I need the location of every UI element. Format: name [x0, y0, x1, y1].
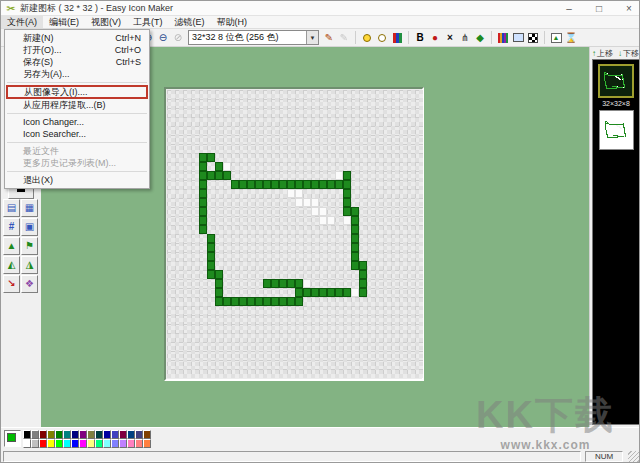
tool-hill-left-button[interactable]: ◭ [3, 256, 20, 274]
pixel-green[interactable] [215, 279, 223, 288]
file-menu-item-3[interactable]: 保存(S)Ctrl+S [5, 56, 149, 68]
pixel-green[interactable] [359, 279, 367, 288]
pixel-green[interactable] [359, 288, 367, 297]
pixel-green[interactable] [199, 216, 207, 225]
pixel-green[interactable] [239, 297, 247, 306]
pixel-white[interactable] [223, 162, 231, 171]
pixel-green[interactable] [263, 297, 271, 306]
palette-swatch[interactable] [111, 439, 119, 448]
pixel-green[interactable] [207, 261, 215, 270]
pixel-green[interactable] [351, 225, 359, 234]
maximize-button[interactable]: □ [593, 3, 605, 15]
pixel-green[interactable] [223, 297, 231, 306]
tool-flag-button[interactable]: ⚑ [21, 237, 38, 255]
screen-preview-icon[interactable] [511, 30, 525, 45]
pixel-green[interactable] [199, 189, 207, 198]
invert-icon[interactable] [526, 30, 540, 45]
palette-swatch[interactable] [71, 439, 79, 448]
pixel-green[interactable] [327, 180, 335, 189]
pixel-green[interactable] [279, 180, 287, 189]
pixel-green[interactable] [239, 180, 247, 189]
pixel-white[interactable] [303, 279, 311, 288]
menubar-item-6[interactable]: 帮助(H) [211, 16, 254, 28]
pixel-white[interactable] [287, 189, 295, 198]
palette-swatch[interactable] [95, 439, 103, 448]
pixel-green[interactable] [255, 297, 263, 306]
palette-swatch[interactable] [103, 439, 111, 448]
palette-swatch[interactable] [135, 430, 143, 439]
pixel-green[interactable] [207, 153, 215, 162]
pixel-green[interactable] [359, 261, 367, 270]
pixel-green[interactable] [311, 288, 319, 297]
lamp-off-icon[interactable] [375, 30, 389, 45]
pixel-green[interactable] [207, 171, 215, 180]
pixel-green[interactable] [351, 252, 359, 261]
file-menu-item-13[interactable]: 更多历史记录列表(M)... [5, 157, 149, 169]
pixel-green[interactable] [215, 171, 223, 180]
draw-import-disabled-icon[interactable]: ✎ [337, 30, 351, 45]
pixel-green[interactable] [295, 279, 303, 288]
pixel-green[interactable] [215, 162, 223, 171]
file-menu-item-10[interactable]: Icon Searcher... [5, 128, 149, 140]
pixel-green[interactable] [263, 279, 271, 288]
palette-swatch[interactable] [55, 439, 63, 448]
palette-swatch[interactable] [143, 439, 151, 448]
pixel-green[interactable] [215, 288, 223, 297]
tool-comb-button[interactable]: # [3, 218, 20, 236]
palette-swatch[interactable] [63, 439, 71, 448]
image-icon[interactable]: ▲ [549, 30, 563, 45]
tool-grid-button[interactable]: ▦ [21, 199, 38, 217]
pick-tool-icon[interactable]: ⋔ [458, 30, 472, 45]
zoom-out-icon[interactable]: ⊖ [156, 30, 170, 45]
pixel-green[interactable] [303, 180, 311, 189]
pixel-green[interactable] [335, 288, 343, 297]
pixel-green[interactable] [351, 216, 359, 225]
test-colors-icon[interactable] [390, 30, 404, 45]
tool-hill-right-button[interactable]: ◮ [21, 256, 38, 274]
move-up-button[interactable]: ↑ 上移 [592, 48, 613, 59]
pixel-green[interactable] [199, 171, 207, 180]
dot-icon[interactable]: ● [428, 30, 442, 45]
menubar-item-3[interactable]: 视图(V) [85, 16, 127, 28]
chevron-down-icon[interactable]: ▼ [306, 31, 318, 44]
pixel-green[interactable] [207, 243, 215, 252]
pixel-white[interactable] [311, 207, 319, 216]
pixel-green[interactable] [207, 252, 215, 261]
tool-mountain-button[interactable]: ▲ [3, 237, 20, 255]
file-menu-item-1[interactable]: 新建(N)Ctrl+N [5, 32, 149, 44]
pixel-green[interactable] [343, 189, 351, 198]
palette-swatch[interactable] [111, 430, 119, 439]
menubar-item-1[interactable]: 文件(A) [1, 16, 43, 28]
palette-swatch[interactable] [135, 439, 143, 448]
flip-icon[interactable]: ◆ [473, 30, 487, 45]
pixel-green[interactable] [215, 297, 223, 306]
move-down-button[interactable]: ↓ 下移 [618, 48, 639, 59]
pixel-white[interactable] [351, 288, 359, 297]
pixel-green[interactable] [319, 288, 327, 297]
pixel-green[interactable] [287, 180, 295, 189]
pixel-green[interactable] [199, 153, 207, 162]
file-menu-item-4[interactable]: 另存为(A)... [5, 68, 149, 80]
pixel-green[interactable] [343, 207, 351, 216]
pixel-white[interactable] [335, 171, 343, 180]
bold-icon[interactable]: B [413, 30, 427, 45]
menubar-item-2[interactable]: 编辑(E) [43, 16, 85, 28]
pixel-green[interactable] [303, 288, 311, 297]
pixel-white[interactable] [319, 207, 327, 216]
palette-swatch[interactable] [47, 430, 55, 439]
pixel-white[interactable] [295, 189, 303, 198]
palette-swatch[interactable] [127, 439, 135, 448]
pixel-white[interactable] [327, 216, 335, 225]
pixel-green[interactable] [343, 288, 351, 297]
palette-swatch[interactable] [143, 430, 151, 439]
pixel-green[interactable] [351, 243, 359, 252]
palette-swatch[interactable] [119, 439, 127, 448]
pixel-green[interactable] [207, 270, 215, 279]
resize-grip[interactable] [628, 451, 640, 463]
pixel-green[interactable] [295, 180, 303, 189]
file-menu-item-6[interactable]: 从图像导入(I).... [6, 85, 148, 99]
pixel-green[interactable] [215, 270, 223, 279]
pixel-green[interactable] [311, 180, 319, 189]
pixel-green[interactable] [351, 261, 359, 270]
pixel-white[interactable] [295, 198, 303, 207]
